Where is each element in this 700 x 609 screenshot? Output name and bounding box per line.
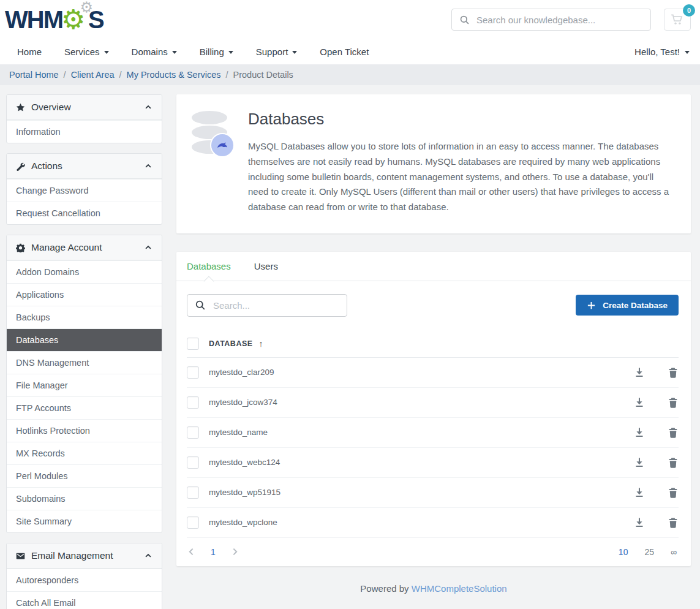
download-icon[interactable] [634,457,645,468]
row-checkbox[interactable] [187,426,199,439]
tab-databases[interactable]: Databases [187,252,231,281]
sidebar-item-mx-records[interactable]: MX Records [7,442,162,464]
chevron-down-icon [228,51,233,54]
nav-item-billing[interactable]: Billing [200,47,233,57]
nav-item-label: Open Ticket [320,47,369,57]
sidebar-item-ftp-accounts[interactable]: FTP Accounts [7,396,162,419]
page-size-options: 1025∞ [602,547,677,557]
sidebar-panel-header-manage-account[interactable]: Manage Account [7,235,162,260]
page-title: Databases [248,110,672,129]
envelope-icon [16,551,25,561]
nav-item-domains[interactable]: Domains [132,47,177,57]
table-search-input[interactable] [213,300,339,311]
user-menu[interactable]: Hello, Test! [634,47,690,57]
sidebar-item-change-password[interactable]: Change Password [7,179,162,202]
whmcs-logo[interactable]: WHM ⚙ ⚙ S [5,4,103,36]
sidebar-item-information[interactable]: Information [7,120,162,143]
sidebar-item-request-cancellation[interactable]: Request Cancellation [7,202,162,224]
download-icon[interactable] [634,397,645,408]
breadcrumb-item-my-products-services[interactable]: My Products & Services [127,70,221,80]
nav-item-open-ticket[interactable]: Open Ticket [320,47,369,57]
tab-users[interactable]: Users [254,252,278,281]
sidebar-panel-manage-account: Manage AccountAddon DomainsApplicationsB… [6,235,162,533]
download-icon[interactable] [634,367,645,378]
download-icon[interactable] [634,487,645,498]
row-checkbox[interactable] [187,486,199,499]
breadcrumb-item-client-area[interactable]: Client Area [71,70,115,80]
row-checkbox[interactable] [187,366,199,379]
row-checkbox[interactable] [187,516,199,529]
sidebar-panel-header-overview[interactable]: Overview [7,95,162,120]
page-size-10[interactable]: 10 [619,547,628,557]
mysql-dolphin-icon [210,133,235,157]
breadcrumb-item-portal-home[interactable]: Portal Home [9,70,59,80]
select-all-checkbox[interactable] [187,338,199,350]
knowledgebase-search-input[interactable] [476,15,643,25]
sidebar-item-backups[interactable]: Backups [7,306,162,328]
sidebar-item-catch-all-email[interactable]: Catch All Email [7,591,162,609]
delete-icon[interactable] [668,427,679,438]
sidebar-panel-header-actions[interactable]: Actions [7,154,162,179]
delete-icon[interactable] [668,487,679,498]
delete-icon[interactable] [668,397,679,408]
pagination-controls: 1 [187,547,239,557]
download-icon[interactable] [634,427,645,438]
next-page-icon[interactable] [230,547,239,556]
page-size-25[interactable]: 25 [644,547,654,557]
column-header-database[interactable]: DATABASE [209,339,253,348]
delete-icon[interactable] [668,457,679,468]
database-name: mytestdo_webc124 [209,458,620,467]
databases-card: DatabasesUsers Create Database [176,252,691,566]
sidebar-item-subdomains[interactable]: Subdomains [7,487,162,510]
sidebar-panel-email-management: Email ManagementAutorespondersCatch All … [6,543,162,609]
sidebar-panel-header-email-management[interactable]: Email Management [7,543,162,569]
sort-ascending-icon[interactable]: ↑ [259,339,263,349]
sidebar-item-site-summary[interactable]: Site Summary [7,510,162,532]
intro-body: Databases MySQL Databases allow you to s… [248,108,672,215]
sidebar-item-addon-domains[interactable]: Addon Domains [7,260,162,283]
nav-item-label: Billing [200,47,224,57]
sidebar-item-autoresponders[interactable]: Autoresponders [7,569,162,591]
nav-item-label: Domains [132,47,168,57]
sidebar-item-perl-modules[interactable]: Perl Modules [7,464,162,487]
download-icon[interactable] [634,517,645,528]
nav-item-home[interactable]: Home [17,47,42,57]
chevron-up-icon [144,551,152,560]
nav-item-label: Support [256,47,288,57]
sidebar-panel-title: Overview [31,102,71,113]
chevron-down-icon [292,51,297,54]
search-icon [459,15,470,25]
intro-card: Databases MySQL Databases allow you to s… [176,94,691,233]
sidebar-item-file-manager[interactable]: File Manager [7,374,162,396]
delete-icon[interactable] [668,517,679,528]
page-number[interactable]: 1 [211,547,216,557]
row-checkbox[interactable] [187,396,199,409]
header-right: 0 [451,9,691,31]
nav-item-services[interactable]: Services [64,47,109,57]
footer-link[interactable]: WHMCompleteSolution [412,583,507,594]
main-column: Databases MySQL Databases allow you to s… [176,94,691,606]
page-description: MySQL Databases allow you to store lots … [248,139,672,215]
database-icon [192,111,231,156]
create-database-button[interactable]: Create Database [576,295,679,316]
sidebar-panel-overview: OverviewInformation [6,94,162,143]
cart-count-badge: 0 [683,4,695,17]
table-row: mytestdo_wp51915 [187,478,679,508]
table-row: mytestdo_clar209 [187,358,679,388]
previous-page-icon[interactable] [187,547,196,556]
delete-icon[interactable] [668,367,679,378]
database-name: mytestdo_jcow374 [209,398,620,407]
sidebar-item-databases[interactable]: Databases [7,328,162,351]
cart-button[interactable]: 0 [664,9,691,31]
chevron-up-icon [144,162,152,170]
table-row: mytestdo_name [187,418,679,448]
sidebar-item-hotlinks-protection[interactable]: Hotlinks Protection [7,419,162,442]
nav-item-support[interactable]: Support [256,47,298,57]
sidebar-item-dns-management[interactable]: DNS Management [7,351,162,374]
nav-item-label: Home [17,47,42,57]
sidebar-item-applications[interactable]: Applications [7,283,162,306]
page-size-all[interactable]: ∞ [671,547,677,557]
user-menu-label: Hello, Test! [634,47,680,57]
search-icon [195,300,206,311]
row-checkbox[interactable] [187,456,199,469]
